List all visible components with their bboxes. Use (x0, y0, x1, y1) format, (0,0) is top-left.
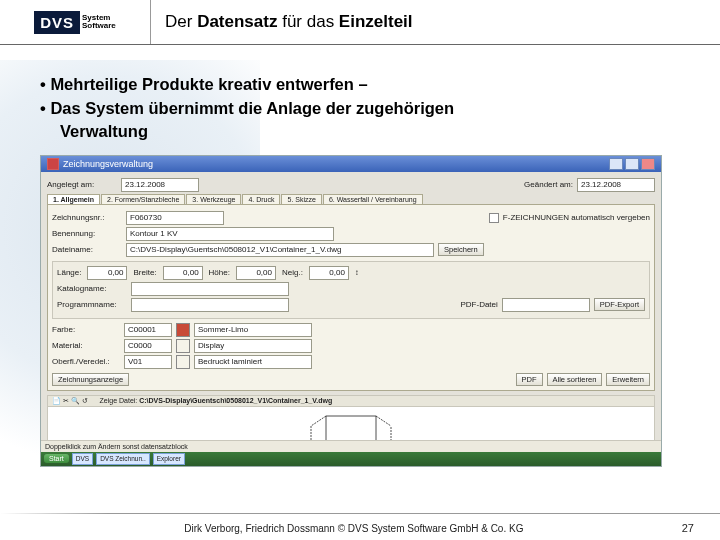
hoehe-label: Höhe: (209, 268, 230, 277)
preview-header: 📄 ✂ 🔍 ↺ Zeige Datei: C:\DVS-Display\Guen… (47, 395, 655, 407)
erweitern-button[interactable]: Erweitern (606, 373, 650, 386)
pdf-export-button[interactable]: PDF-Export (594, 298, 645, 311)
angelegt-label: Angelegt am: (47, 180, 117, 189)
tab-formen[interactable]: 2. Formen/Stanzbleche (101, 194, 185, 204)
taskbar-item-3[interactable]: Explorer (153, 453, 185, 465)
minimize-button[interactable] (609, 158, 623, 170)
cut-icon[interactable]: ✂ (63, 397, 69, 404)
tab-werkzeuge[interactable]: 3. Werkzeuge (186, 194, 241, 204)
neig-field[interactable]: 0,00 (309, 266, 349, 280)
updown-icon[interactable]: ↕ (355, 268, 359, 277)
app-icon (47, 158, 59, 170)
pdf-label: PDF-Datei (460, 300, 497, 309)
bullet-2-cont: Verwaltung (60, 122, 688, 141)
oberfl-label: Oberfl./Veredel.: (52, 357, 120, 366)
tabbar: 1. Allgemein 2. Formen/Stanzbleche 3. We… (47, 194, 655, 204)
titlebar: Zeichnungsverwaltung (41, 156, 661, 172)
material-label: Material: (52, 341, 120, 350)
dateiname-label: Dateiname: (52, 245, 122, 254)
preview-path: C:\DVS-Display\Guentsch\0508012_V1\Conta… (139, 397, 332, 404)
taskbar-item-2[interactable]: DVS Zeichnun.. (96, 453, 150, 465)
breite-field[interactable]: 0,00 (163, 266, 203, 280)
bullet-2: Das System übernimmt die Anlage der zuge… (40, 97, 688, 119)
programmname-label: Programmname: (57, 300, 127, 309)
farbe-code[interactable]: C00001 (124, 323, 172, 337)
tab-druck[interactable]: 4. Druck (242, 194, 280, 204)
laenge-field[interactable]: 0,00 (87, 266, 127, 280)
laenge-label: Länge: (57, 268, 81, 277)
benennung-label: Benennung: (52, 229, 122, 238)
footer-credit: Dirk Verborg, Friedrich Dossmann © DVS S… (26, 523, 682, 534)
material-code[interactable]: C0000 (124, 339, 172, 353)
tab-wasserfall[interactable]: 6. Wasserfall / Vereinbarung (323, 194, 423, 204)
pdf-field[interactable] (502, 298, 590, 312)
material-swatch (176, 339, 190, 353)
logo: DVS SystemSoftware (0, 0, 151, 44)
app-window: Zeichnungsverwaltung Angelegt am: 23.12.… (40, 155, 662, 467)
speichern-button[interactable]: Speichern (438, 243, 484, 256)
breite-label: Breite: (133, 268, 156, 277)
status-bar: Doppelklick zum Ändern sonst datensatzbl… (41, 440, 661, 452)
logo-sub: SystemSoftware (82, 14, 116, 30)
geaendert-field[interactable]: 23.12.2008 (577, 178, 655, 192)
close-button[interactable] (641, 158, 655, 170)
geaendert-label: Geändert am: (524, 180, 573, 189)
oberfl-swatch (176, 355, 190, 369)
benennung-field[interactable]: Kontour 1 KV (126, 227, 334, 241)
refresh-icon[interactable]: ↺ (82, 397, 88, 404)
taskbar-item-1[interactable]: DVS (72, 453, 93, 465)
farbe-label: Farbe: (52, 325, 120, 334)
pdf-button[interactable]: PDF (516, 373, 543, 386)
hoehe-field[interactable]: 0,00 (236, 266, 276, 280)
zoom-icon[interactable]: 🔍 (71, 397, 80, 404)
katalogname-label: Katalogname: (57, 284, 127, 293)
bullet-1: Mehrteilige Produkte kreativ entwerfen – (40, 73, 688, 95)
autovergabe-checkbox[interactable] (489, 213, 499, 223)
material-name[interactable]: Display (194, 339, 312, 353)
zeichnungsnr-field[interactable]: F060730 (126, 211, 224, 225)
zeichnungsnr-label: Zeichnungsnr.: (52, 213, 122, 222)
oberfl-name[interactable]: Bedruckt laminiert (194, 355, 312, 369)
zeichnungsanzeige-button[interactable]: Zeichnungsanzeige (52, 373, 129, 386)
maximize-button[interactable] (625, 158, 639, 170)
app-title-text: Zeichnungsverwaltung (63, 159, 153, 169)
logo-brand: DVS (34, 11, 80, 34)
programmname-field[interactable] (131, 298, 289, 312)
neig-label: Neig.: (282, 268, 303, 277)
taskbar: Start DVS DVS Zeichnun.. Explorer (41, 452, 661, 466)
dateiname-field[interactable]: C:\DVS-Display\Guentsch\0508012_V1\Conta… (126, 243, 434, 257)
slide-title: Der Datensatz für das Einzelteil (151, 12, 413, 32)
start-button[interactable]: Start (44, 454, 69, 463)
page-number: 27 (682, 522, 694, 534)
katalogname-field[interactable] (131, 282, 289, 296)
oberfl-code[interactable]: V01 (124, 355, 172, 369)
tab-allgemein[interactable]: 1. Allgemein (47, 194, 100, 204)
tool-icon[interactable]: 📄 (52, 397, 61, 404)
farbe-swatch (176, 323, 190, 337)
autovergabe-label: F-ZEICHNUNGEN automatisch vergeben (503, 213, 650, 222)
farbe-name[interactable]: Sommer-Limo (194, 323, 312, 337)
alle-sortieren-button[interactable]: Alle sortieren (547, 373, 603, 386)
tab-skizze[interactable]: 5. Skizze (281, 194, 321, 204)
angelegt-field[interactable]: 23.12.2008 (121, 178, 199, 192)
